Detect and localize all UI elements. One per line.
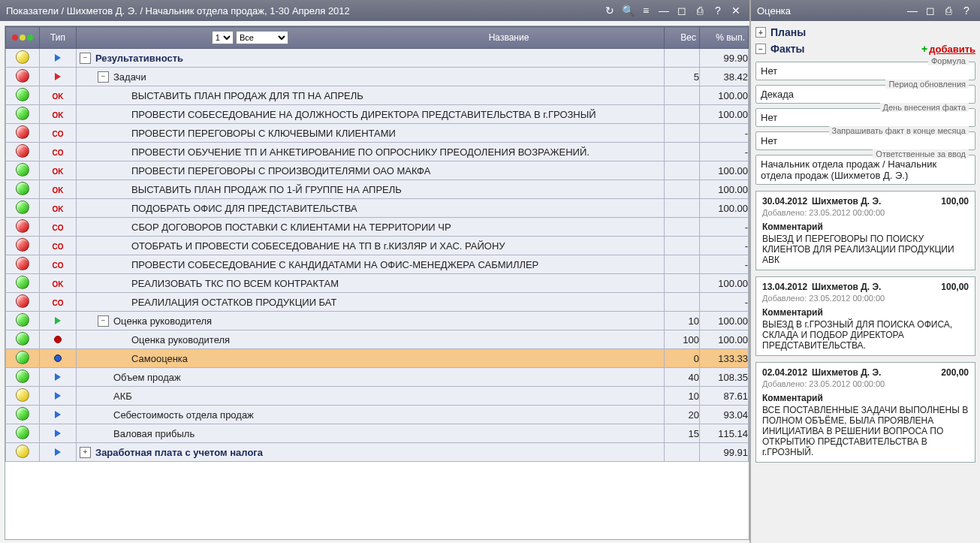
left-title: Показатели / Шихметов Д. Э. / Начальник …	[6, 5, 599, 17]
plans-expand-icon[interactable]: +	[755, 27, 766, 38]
row-weight: 5	[694, 71, 699, 83]
table-row[interactable]: +Заработная плата с учетом налога99.91	[6, 443, 749, 462]
table-row[interactable]: Оценка руководителя100100.00	[6, 330, 749, 349]
triangle-blue-icon	[55, 54, 61, 62]
table-row[interactable]: −Результативность99.90	[6, 49, 749, 68]
table-row[interactable]: −Задачи538.42	[6, 68, 749, 86]
field-legend: Формула	[928, 56, 969, 65]
right-maximize-icon[interactable]: ◻	[923, 3, 938, 18]
entry-amount: 100,00	[941, 196, 969, 207]
triangle-blue-icon	[55, 411, 61, 418]
row-label: ОТОБРАТЬ И ПРОВЕСТИ СОБЕСЕДОВАНИЕ НА ТП …	[131, 240, 505, 252]
row-label: ПРОВЕСТИ ПЕРЕГОВОРЫ С КЛЮЧЕВЫМИ КЛИЕНТАМ…	[131, 128, 396, 139]
status-dot-icon	[16, 257, 29, 270]
row-weight: 10	[689, 315, 699, 327]
dot-red-icon	[54, 336, 62, 343]
table-row[interactable]: −Оценка руководителя10100.00	[6, 312, 749, 330]
facts-expand-icon[interactable]: −	[755, 44, 766, 54]
entry-date: 02.04.2012	[762, 367, 807, 378]
field-legend: Ответственные за ввод	[873, 149, 969, 158]
table-row[interactable]: OKРЕАЛИЗОВАТЬ ТКС ПО ВСЕМ КОНТРАКТАМ100.…	[6, 274, 749, 293]
triangle-blue-icon	[55, 430, 61, 437]
type-text: CO	[53, 149, 64, 157]
type-text: CO	[53, 130, 64, 138]
print-icon[interactable]: ⎙	[692, 3, 707, 18]
fact-entry[interactable]: 30.04.2012Шихметов Д. Э.100,00Добавлено:…	[755, 191, 975, 270]
tree-toggle-icon[interactable]: −	[80, 53, 91, 64]
help-icon[interactable]: ?	[710, 3, 725, 18]
search-icon[interactable]: 🔍	[620, 3, 635, 18]
col-status[interactable]	[6, 27, 40, 49]
row-label: Оценка руководителя	[113, 315, 212, 327]
field-3: Запрашивать факт в конце месяцаНет	[755, 131, 975, 150]
status-dot-icon	[16, 88, 29, 101]
table-row[interactable]: COРЕАЛИЛАЦИЯ ОСТАТКОВ ПРОДУКЦИИ БАТ-	[6, 293, 749, 312]
row-pct: 100.00	[718, 203, 748, 214]
table-row[interactable]: Валовая прибыль15115.14	[6, 424, 749, 443]
table-row[interactable]: OKВЫСТАВИТЬ ПЛАН ПРОДАЖ ПО 1-Й ГРУППЕ НА…	[6, 180, 749, 199]
fact-entry[interactable]: 02.04.2012Шихметов Д. Э.200,00Добавлено:…	[755, 362, 975, 463]
table-row[interactable]: COПРОВЕСТИ СОБЕСЕДОВАНИЕ С КАНДИДАТАМИ Н…	[6, 255, 749, 274]
fact-entry[interactable]: 13.04.2012Шихметов Д. Э.100,00Добавлено:…	[755, 276, 975, 356]
minimize-icon[interactable]: —	[656, 3, 671, 18]
col-weight[interactable]: Вес	[665, 27, 700, 49]
type-text: CO	[53, 224, 64, 232]
field-0: ФормулаНет	[755, 62, 975, 80]
level-select[interactable]: 1	[212, 31, 234, 44]
entry-amount: 100,00	[941, 282, 969, 292]
row-pct: 108.35	[718, 372, 748, 383]
tree-toggle-icon[interactable]: −	[98, 71, 109, 83]
field-4: Ответственные за вводНачальник отдела пр…	[755, 155, 975, 185]
row-pct: 100.00	[718, 90, 748, 101]
right-help-icon[interactable]: ?	[959, 3, 974, 18]
row-pct: -	[745, 222, 748, 233]
table-row[interactable]: COСБОР ДОГОВОРОВ ПОСТАВКИ С КЛИЕНТАМИ НА…	[6, 218, 749, 237]
add-fact-link[interactable]: +добавить	[921, 43, 975, 55]
col-pct[interactable]: % вып.	[700, 27, 749, 49]
close-icon[interactable]: ✕	[728, 3, 743, 18]
entry-comment: ВСЕ ПОСТАВЛЕННЫЕ ЗАДАЧИ ВЫПОЛНЕНЫ В ПОЛН…	[762, 405, 969, 457]
refresh-icon[interactable]: ↻	[602, 3, 617, 18]
status-dot-icon	[16, 276, 29, 289]
table-row[interactable]: COПРОВЕСТИ ПЕРЕГОВОРЫ С КЛЮЧЕВЫМИ КЛИЕНТ…	[6, 124, 749, 143]
plans-section[interactable]: + Планы	[755, 24, 975, 41]
tree-toggle-icon[interactable]: +	[80, 447, 91, 458]
row-label: РЕАЛИЗОВАТЬ ТКС ПО ВСЕМ КОНТРАКТАМ	[131, 278, 339, 289]
status-dot-icon	[16, 50, 29, 64]
row-weight: 0	[694, 353, 699, 364]
row-label: АКБ	[113, 391, 132, 402]
status-dot-icon	[16, 407, 29, 421]
table-row[interactable]: OKПРОВЕСТИ СОБЕСЕДОВАНИЕ НА ДОЛЖНОСТЬ ДИ…	[6, 105, 749, 124]
table-row[interactable]: Себестоимость отдела продаж2093.04	[6, 406, 749, 424]
table-row[interactable]: OKВЫСТАВИТЬ ПЛАН ПРОДАЖ ДЛЯ ТП НА АПРЕЛЬ…	[6, 86, 749, 105]
table-row[interactable]: OKПОДОБРАТЬ ОФИС ДЛЯ ПРЕДСТАВИТЕЛЬСТВА10…	[6, 199, 749, 218]
triangle-blue-icon	[55, 373, 61, 381]
right-title: Оценка	[757, 5, 902, 17]
tree-toggle-icon[interactable]: −	[98, 315, 109, 327]
table-row[interactable]: АКБ1087.61	[6, 387, 749, 406]
list-icon[interactable]: ≡	[638, 3, 653, 18]
row-label: СБОР ДОГОВОРОВ ПОСТАВКИ С КЛИЕНТАМИ НА Т…	[131, 222, 451, 233]
table-row[interactable]: Самооценка0133.33	[6, 349, 749, 368]
row-label: Заработная плата с учетом налога	[95, 447, 263, 458]
table-row[interactable]: Объем продаж40108.35	[6, 368, 749, 387]
entry-comment: ВЫЕЗД В г.ГРОЗНЫЙ ДЛЯ ПОИСКА ОФИСА, СКЛА…	[762, 319, 969, 351]
right-print-icon[interactable]: ⎙	[941, 3, 956, 18]
status-dot-icon	[16, 201, 29, 214]
status-dot-icon	[16, 107, 29, 120]
col-type[interactable]: Тип	[40, 27, 77, 49]
status-dot-icon	[16, 125, 29, 139]
table-row[interactable]: OKПРОВЕСТИ ПЕРЕГОВОРЫ С ПРОИЗВОДИТЕЛЯМИ …	[6, 161, 749, 180]
right-minimize-icon[interactable]: —	[905, 3, 920, 18]
maximize-icon[interactable]: ◻	[674, 3, 689, 18]
row-pct: -	[745, 240, 748, 252]
row-pct: 100.00	[718, 184, 748, 195]
filter-select[interactable]: Все	[236, 31, 288, 44]
facts-section[interactable]: − Факты +добавить	[755, 41, 975, 57]
table-row[interactable]: COОТОБРАТЬ И ПРОВЕСТИ СОБЕСЕДОВАНИЕ НА Т…	[6, 237, 749, 255]
status-dot-icon	[16, 332, 29, 345]
status-dot-icon	[16, 219, 29, 233]
table-row[interactable]: COПРОВЕСТИ ОБУЧЕНИЕ ТП И АНКЕТИРОВАНИЕ П…	[6, 143, 749, 161]
plans-label: Планы	[770, 26, 806, 38]
kpi-table: Тип 1 Все Название	[5, 26, 749, 462]
